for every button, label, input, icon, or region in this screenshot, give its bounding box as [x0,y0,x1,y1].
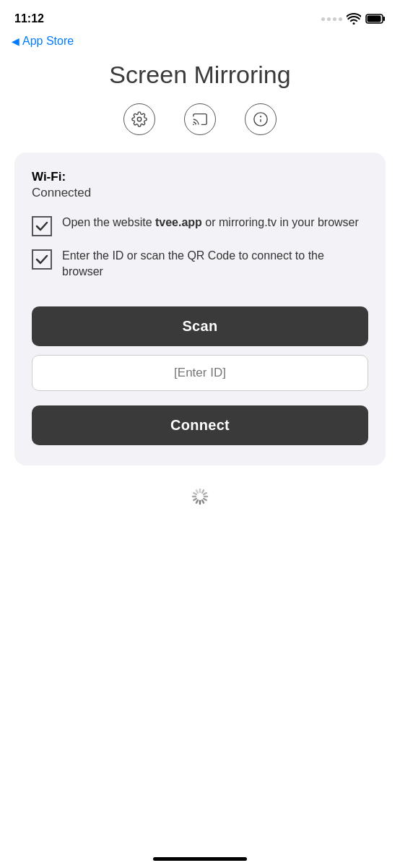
checkbox-1 [32,216,52,236]
svg-point-3 [137,117,142,121]
page-title: Screen Mirroring [0,53,400,103]
signal-dots-icon [321,17,342,21]
instruction-text-1: Open the website tvee.app or mirroring.t… [62,215,359,231]
svg-line-15 [196,500,198,502]
instruction-text-2: Enter the ID or scan the QR Code to conn… [62,248,368,280]
loading-spinner [0,486,400,507]
wifi-status-section: Wi-Fi: Connected [32,170,368,200]
svg-line-10 [204,493,206,494]
svg-point-4 [193,124,194,125]
back-label: App Store [22,35,74,48]
battery-icon [365,14,386,24]
gear-icon [131,111,147,127]
status-time: 11:12 [14,12,44,25]
back-arrow-icon: ◀ [12,35,19,47]
main-card: Wi-Fi: Connected Open the website tvee.a… [14,152,386,465]
checkmark-icon-2 [35,253,48,266]
spinner-graphic [189,486,211,507]
svg-line-16 [194,499,196,500]
toolbar [0,103,400,135]
connect-button[interactable]: Connect [32,405,368,445]
settings-icon-button[interactable] [123,103,155,135]
checkmark-icon-1 [35,220,48,233]
instruction-item-1: Open the website tvee.app or mirroring.t… [32,215,368,236]
instruction-item-2: Enter the ID or scan the QR Code to conn… [32,248,368,280]
svg-line-13 [202,500,204,502]
svg-rect-1 [383,17,386,21]
svg-line-12 [204,499,206,500]
svg-line-9 [202,490,204,492]
wifi-label: Wi-Fi: [32,170,368,184]
home-indicator [153,857,247,861]
checkbox-2 [32,249,52,270]
status-bar: 11:12 [0,0,400,32]
svg-line-18 [194,493,196,494]
id-input[interactable] [32,355,368,391]
cast-icon-button[interactable] [184,103,216,135]
svg-line-19 [196,490,198,492]
scan-button[interactable]: Scan [32,306,368,346]
status-icons [321,13,386,25]
wifi-connected-status: Connected [32,186,368,200]
wifi-icon [347,13,361,25]
back-button[interactable]: ◀ App Store [0,32,400,53]
info-icon [253,111,269,127]
info-icon-button[interactable] [245,103,277,135]
svg-rect-2 [368,16,381,22]
cast-icon [192,111,208,127]
